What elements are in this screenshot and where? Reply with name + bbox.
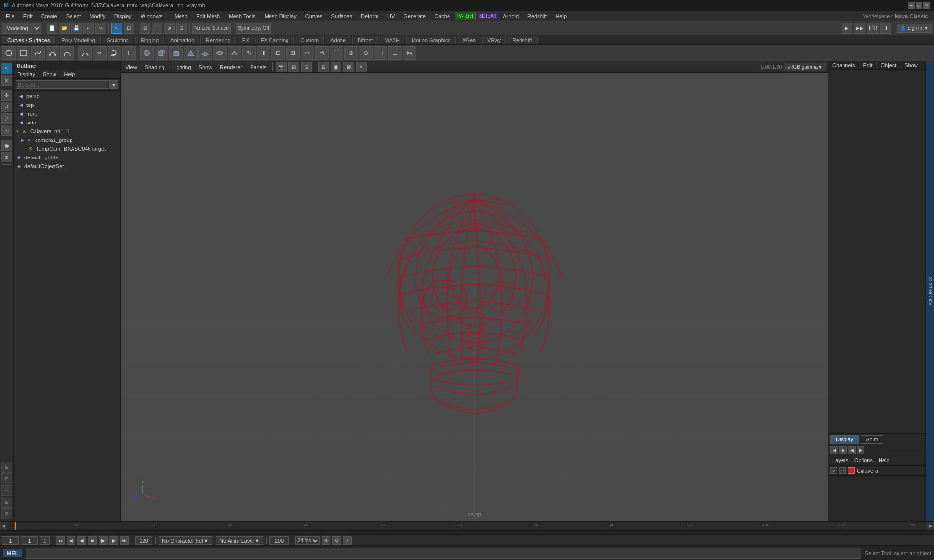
playback-end-input[interactable]: [269, 536, 289, 545]
outliner-search-input[interactable]: [16, 80, 108, 89]
shelf-tab-motion-graphics[interactable]: Motion Graphics: [406, 36, 456, 44]
menu-deform[interactable]: Deform: [357, 12, 382, 20]
select-tool[interactable]: ↖: [1, 63, 12, 74]
lasso-select-button[interactable]: ⊡: [124, 23, 134, 34]
menu-mesh-display[interactable]: Mesh Display: [261, 12, 301, 20]
layout-btn-3[interactable]: ≡: [1, 485, 12, 496]
shelf-tab-fx[interactable]: FX: [237, 36, 254, 44]
shelf-tab-bifrost[interactable]: Bifrost: [352, 36, 378, 44]
select-tool-button[interactable]: ↖: [111, 23, 122, 34]
layer-item-calavera[interactable]: V P Calavera: [828, 466, 925, 476]
ipr-button[interactable]: IPR: [867, 23, 879, 34]
anim-tab[interactable]: Anim: [861, 435, 883, 444]
no-live-surface-button[interactable]: No Live Surface: [192, 23, 231, 34]
layer-v-check[interactable]: V: [830, 467, 837, 474]
shelf-icon-cube[interactable]: [155, 46, 168, 60]
menu-curves[interactable]: Curves: [302, 12, 326, 20]
show-manip-tool[interactable]: ⊕: [1, 152, 12, 162]
outliner-item-front[interactable]: ◀ front: [14, 109, 120, 118]
shelf-icon-curve[interactable]: [31, 46, 45, 60]
shelf-tab-vray[interactable]: VRay: [482, 36, 506, 44]
vp-camera-button[interactable]: 📷: [276, 62, 287, 72]
layer-btn-4[interactable]: ▶: [857, 446, 864, 454]
current-frame-input[interactable]: [21, 536, 38, 545]
menu-edit-mesh[interactable]: Edit Mesh: [192, 12, 224, 20]
timeline-track[interactable]: 1 10 20 30 40 50 60 70 80 90 100 110 120: [7, 522, 927, 530]
shelf-tab-poly-modeling[interactable]: Poly Modeling: [56, 36, 100, 44]
layer-btn-1[interactable]: ◀: [830, 446, 838, 454]
move-tool[interactable]: ✛: [1, 90, 12, 101]
shelf-icon-text[interactable]: T: [122, 46, 136, 60]
menu-generate[interactable]: Generate: [399, 12, 430, 20]
shelf-tab-adobe[interactable]: Adobe: [325, 36, 351, 44]
shelf-icon-loft[interactable]: [228, 46, 241, 60]
vp-menu-panels[interactable]: Panels: [247, 63, 269, 71]
minimize-button[interactable]: ─: [908, 2, 915, 9]
go-to-end-button[interactable]: ⏭: [120, 536, 129, 545]
outliner-item-top[interactable]: ◀ top: [14, 101, 120, 109]
outliner-item-object-set[interactable]: ◉ defaultObjectSet: [14, 162, 120, 171]
pause-button[interactable]: ⏸: [880, 23, 891, 34]
stop-button[interactable]: ■: [88, 536, 97, 545]
layer-btn-2[interactable]: ▶: [839, 446, 847, 454]
shelf-tab-xgen[interactable]: XGen: [457, 36, 481, 44]
vp-menu-show[interactable]: Show: [196, 63, 216, 71]
mel-input[interactable]: [26, 548, 861, 559]
shelf-icon-cylinder[interactable]: [169, 46, 183, 60]
shelf-icon-bezier[interactable]: [60, 46, 74, 60]
close-button[interactable]: ✕: [923, 2, 930, 9]
no-anim-layer-dropdown[interactable]: No Anim Layer▼: [216, 536, 263, 545]
menu-select[interactable]: Select: [62, 12, 85, 20]
menu-mesh-tools[interactable]: Mesh Tools: [225, 12, 259, 20]
shelf-tab-mash[interactable]: MASH: [379, 36, 405, 44]
shelf-icon-untrim[interactable]: ⟲: [315, 46, 329, 60]
layer-p-check[interactable]: P: [839, 467, 846, 474]
time-options-button[interactable]: ⚙: [322, 536, 330, 545]
snap-view-button[interactable]: ⊡: [176, 23, 187, 34]
play-forward-button[interactable]: ▶: [99, 536, 108, 545]
menu-surfaces[interactable]: Surfaces: [327, 12, 356, 20]
shelf-icon-extrude[interactable]: ⬆: [257, 46, 270, 60]
shelf-icon-torus[interactable]: [213, 46, 227, 60]
restore-button[interactable]: □: [916, 2, 922, 9]
shelf-icon-attach[interactable]: ⊕: [344, 46, 358, 60]
step-forward-button[interactable]: ▶: [109, 536, 118, 545]
shelf-tab-sculpting[interactable]: Sculpting: [102, 36, 134, 44]
help-item[interactable]: Help: [877, 456, 892, 464]
shelf-tab-curves-surfaces[interactable]: Curves / Surfaces: [2, 36, 55, 44]
sign-in-button[interactable]: 👤 Sign In ▼: [897, 24, 932, 33]
affinity-editor-tab[interactable]: Attribute Editor: [925, 61, 934, 521]
shelf-icon-align[interactable]: ⊣: [374, 46, 387, 60]
menu-arnold[interactable]: Arnold: [499, 12, 522, 20]
layout-btn-1[interactable]: ⊞: [1, 462, 12, 472]
range-end-input[interactable]: [135, 536, 152, 545]
vp-grid-button[interactable]: ⊞: [288, 62, 299, 72]
range-bar[interactable]: [0, 531, 934, 535]
shelf-icon-detach[interactable]: ⊖: [359, 46, 373, 60]
vp-menu-shading[interactable]: Shading: [142, 63, 167, 71]
range-start-input[interactable]: [2, 536, 19, 545]
shelf-icon-arc[interactable]: [78, 46, 92, 60]
menu-display[interactable]: Display: [110, 12, 136, 20]
vp-menu-view[interactable]: View: [123, 63, 140, 71]
shelf-icon-birail[interactable]: ⊟: [271, 46, 285, 60]
menu-uv[interactable]: UV: [383, 12, 398, 20]
channels-tab[interactable]: Channels: [828, 61, 859, 69]
gamma-selector[interactable]: sRGB gamma▼: [784, 63, 826, 71]
shelf-tab-rendering[interactable]: Rendering: [200, 36, 236, 44]
shelf-icon-fillet[interactable]: ⌒: [330, 46, 343, 60]
go-to-start-button[interactable]: ⏮: [56, 536, 65, 545]
shelf-icon-pencil[interactable]: ✏: [93, 46, 107, 60]
snap-point-button[interactable]: ⊕: [164, 23, 175, 34]
mode-dropdown[interactable]: Modeling Rigging Animation FX Rendering …: [2, 23, 41, 34]
shelf-tab-rigging[interactable]: Rigging: [135, 36, 164, 44]
soft-select-tool[interactable]: ◉: [1, 140, 12, 151]
shelf-icon-ep-curve[interactable]: [46, 46, 59, 60]
timeline-scroll-left[interactable]: ◀: [0, 522, 7, 530]
outliner-display[interactable]: Display: [14, 70, 39, 78]
step-back-button[interactable]: ◀: [67, 536, 75, 545]
timeline-playhead[interactable]: [15, 522, 16, 530]
outliner-item-persp[interactable]: ◀ persp: [14, 92, 120, 101]
outliner-item-camera-group[interactable]: ▶ ⊞ camera1_group: [14, 136, 120, 144]
outliner-show[interactable]: Show: [39, 70, 60, 78]
